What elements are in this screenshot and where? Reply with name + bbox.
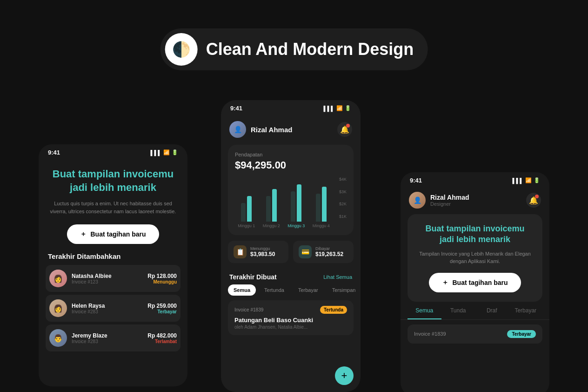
bar-label-active: Minggu 3 (287, 223, 305, 228)
right-tab-semua[interactable]: Semua (408, 307, 441, 319)
paid-icon: 💳 (299, 245, 312, 258)
phone-center: 9:41 ▌▌▌ 📶 🔋 👤 Rizal Ahmad 🔔 Pendapatan … (221, 100, 361, 392)
header-logo: 🌓 (165, 33, 198, 66)
right-hero-heading: Buat tampilan invoicemu jadi lebih menar… (417, 223, 533, 245)
revenue-card: Pendapatan $94,295.00 Minggu 1 Minggu 2 (228, 145, 354, 235)
right-hero-card: Buat tampilan invoicemu jadi lebih menar… (408, 214, 542, 302)
status-icons-left: ▌▌▌ 📶 🔋 (151, 149, 178, 155)
right-tab-terbayar[interactable]: Terbayar (509, 307, 543, 319)
status-bar-left: 9:41 ▌▌▌ 📶 🔋 (39, 144, 187, 158)
recent-invoice-num: Invoice #123 (72, 279, 143, 284)
phone-left: 9:41 ▌▌▌ 📶 🔋 Buat tampilan invoicemu jad… (39, 144, 187, 386)
notification-bell-center[interactable]: 🔔 (337, 122, 352, 137)
stat-value: $19,263.52 (315, 251, 343, 257)
center-header: 👤 Rizal Ahmad 🔔 (221, 114, 361, 145)
bar (266, 196, 271, 222)
section-header-center: Terakhir Dibuat Lihat Semua (221, 269, 361, 284)
y-axis: $4K $3K $2K $1K (339, 177, 347, 219)
left-recent-list: 👩 Natasha Albiee Invoice #123 Rp 128.000… (39, 265, 187, 351)
left-new-invoice-button[interactable]: ＋ Buat tagihan baru (67, 224, 159, 244)
left-hero-highlight: invoicemu (123, 168, 174, 180)
bar (247, 196, 252, 222)
invoice-card-center[interactable]: Invoice #1839 Tertunda Patungan Beli Bas… (228, 300, 354, 335)
status-badge: Menunggu (147, 279, 177, 284)
notification-bell-right[interactable]: 🔔 (526, 193, 541, 208)
fab-button[interactable]: + (335, 366, 354, 385)
right-invoice-number: Invoice #1839 (414, 331, 446, 337)
invoice-sub: oleh Adam Jhansen, Natalia Albie... (234, 324, 347, 330)
bar (322, 187, 327, 222)
stat-label: Dibayar (315, 246, 343, 251)
right-tab-draf[interactable]: Draf (475, 307, 509, 319)
revenue-label: Pendapatan (235, 152, 347, 157)
right-header: 👤 Rizal Ahmad Designer 🔔 (401, 186, 549, 214)
status-icons-center: ▌▌▌ 📶 🔋 (324, 105, 351, 111)
right-new-invoice-button[interactable]: ＋ Buat tagihan baru (429, 273, 521, 292)
avatar-rizal-center: 👤 (229, 121, 246, 138)
list-item[interactable]: 👨 Jeremy Blaze Invoice #283 Rp 482.000 T… (46, 324, 180, 351)
invoice-number: Invoice #1839 (234, 307, 263, 312)
user-info-center: 👤 Rizal Ahmad (229, 121, 292, 138)
time-center: 9:41 (230, 105, 242, 112)
right-filter-tabs: Semua Tunda Draf Terbayar (401, 302, 549, 320)
right-invoice-card[interactable]: Invoice #1839 Terbayar (408, 324, 542, 344)
recent-invoice-num: Invoice #283 (72, 339, 143, 344)
bar (297, 184, 301, 222)
status-badge: Terlambat (147, 339, 177, 344)
list-item[interactable]: 👩 Natasha Albiee Invoice #123 Rp 128.000… (46, 265, 180, 292)
revenue-amount: $94,295.00 (235, 159, 347, 171)
filter-tabs: Semua Tertunda Terbayar Tersimpan (221, 284, 361, 300)
bar-label: Minggu 2 (263, 223, 280, 228)
avatar-natasha: 👩 (49, 270, 67, 287)
bar-label: Minggu 4 (313, 223, 330, 228)
stat-card-pending: 📋 Menunggu $3,983.50 (228, 241, 288, 263)
left-hero-description: Luctus quis turpis a enim. Ut nec habita… (48, 200, 178, 215)
bar (241, 203, 246, 222)
bar (272, 189, 277, 222)
notification-dot-right (535, 195, 539, 198)
stat-value: $3,983.50 (250, 251, 275, 257)
stat-card-paid: 💳 Dibayar $19,263.52 (293, 241, 354, 263)
list-item[interactable]: 👩 Helen Raysa Invoice #283 Rp 259.000 Te… (46, 295, 180, 322)
recent-name: Natasha Albiee (72, 273, 143, 279)
right-hero-description: Tampilan Invoice yang Lebih Menarik dan … (417, 250, 533, 265)
chart-bar-group: Minggu 2 (260, 184, 283, 228)
invoice-status: Tertunda (320, 306, 347, 314)
avatar-rizal-right: 👤 (409, 192, 426, 209)
left-hero: Buat tampilan invoicemu jadi lebih menar… (39, 158, 187, 244)
view-all-link[interactable]: Lihat Semua (323, 274, 352, 280)
tab-tertunda[interactable]: Tertunda (259, 284, 290, 296)
chart-bar-group: Minggu 1 (235, 184, 258, 228)
left-hero-heading: Buat tampilan invoicemu jadi lebih menar… (48, 168, 178, 194)
bar (316, 194, 321, 222)
right-user-info: 👤 Rizal Ahmad Designer (409, 192, 469, 209)
chart-bar-group: Minggu 3 (285, 184, 308, 228)
revenue-stats: 📋 Menunggu $3,983.50 💳 Dibayar $19,263.5… (221, 235, 361, 269)
status-bar-right: 9:41 ▌▌▌ 📶 🔋 (401, 172, 549, 186)
center-section-title: Terakhir Dibuat (229, 273, 277, 281)
header-title: Clean And Modern Design (206, 40, 414, 59)
phone-right: 9:41 ▌▌▌ 📶 🔋 👤 Rizal Ahmad Designer 🔔 Bu… (401, 172, 549, 392)
recent-name: Helen Raysa (72, 303, 143, 309)
tab-terbayar[interactable]: Terbayar (293, 284, 324, 296)
tab-semua[interactable]: Semua (228, 284, 256, 296)
center-user-name: Rizal Ahmad (251, 126, 292, 134)
avatar-jeremy: 👨 (49, 329, 67, 347)
pending-icon: 📋 (234, 245, 247, 258)
header-badge: 🌓 Clean And Modern Design (160, 28, 428, 70)
right-tab-tunda[interactable]: Tunda (441, 307, 475, 319)
status-badge: Terbayar (147, 309, 177, 314)
invoice-title: Patungan Beli Baso Cuanki (234, 317, 347, 324)
avatar-helen: 👩 (49, 299, 67, 317)
tab-tersimpan[interactable]: Tersimpan (327, 284, 361, 296)
time-left: 9:41 (48, 149, 60, 156)
right-hero-highlight: invoicemu (483, 224, 525, 233)
time-right: 9:41 (410, 177, 422, 184)
status-icons-right: ▌▌▌ 📶 🔋 (513, 177, 540, 183)
right-user-name: Rizal Ahmad (430, 194, 469, 201)
status-bar-center: 9:41 ▌▌▌ 📶 🔋 (221, 100, 361, 114)
recent-name: Jeremy Blaze (72, 332, 143, 339)
recent-invoice-num: Invoice #283 (72, 309, 143, 314)
stat-label: Menunggu (250, 246, 275, 251)
right-user-role: Designer (430, 201, 469, 207)
